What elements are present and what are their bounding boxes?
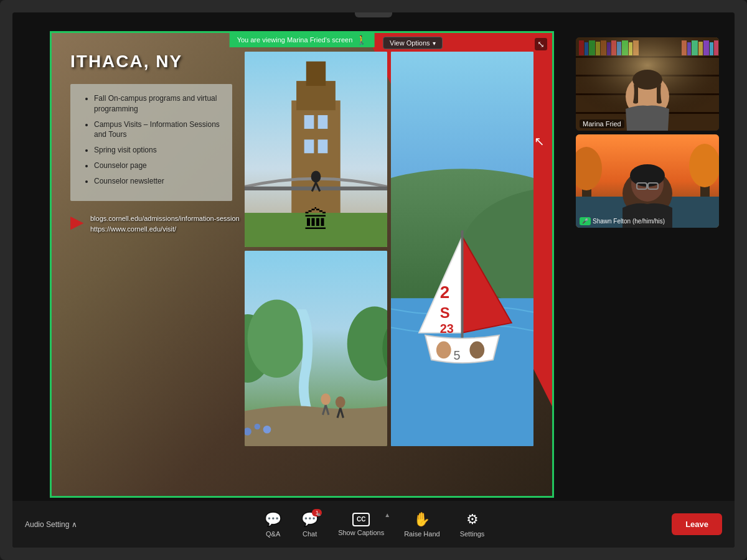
- svg-text:2: 2: [440, 282, 449, 302]
- slide-links-text: blogs.cornell.edu/admissions/information…: [90, 213, 240, 235]
- raise-hand-button[interactable]: ✋ Raise Hand: [397, 508, 447, 541]
- leave-button[interactable]: Leave: [672, 513, 722, 535]
- svg-text:5: 5: [454, 348, 461, 362]
- qa-label: Q&A: [266, 530, 280, 538]
- audio-setting-button[interactable]: Audio Setting ∧: [25, 520, 77, 529]
- svg-point-75: [630, 164, 665, 187]
- participant-video-shawn: 🎤 Shawn Felton (he/him/his): [576, 134, 719, 228]
- svg-rect-3: [306, 62, 326, 86]
- chat-label: Chat: [303, 530, 317, 538]
- svg-rect-7: [318, 139, 328, 153]
- mic-badge-shawn: 🎤 Shawn Felton (he/him/his): [580, 217, 665, 225]
- svg-rect-4: [304, 115, 314, 129]
- gear-icon: ⚙: [466, 511, 479, 528]
- expand-icon[interactable]: ⤡: [535, 38, 547, 50]
- list-item: Counselor page: [94, 161, 220, 171]
- slide-bullet-list: Fall On-campus programs and virtual prog…: [83, 93, 220, 187]
- list-item: Spring visit options: [94, 145, 220, 156]
- webcam-notch: [355, 12, 392, 17]
- walking-icon: 🚶: [356, 35, 367, 45]
- participant-videos-panel: Marina Fried: [576, 37, 719, 228]
- svg-point-71: [689, 144, 719, 187]
- svg-rect-1: [291, 101, 341, 218]
- captions-icon: CC: [352, 513, 370, 526]
- audio-setting-label: Audio Setting: [25, 520, 69, 529]
- chevron-up-small-icon: ▲: [316, 510, 322, 517]
- bottom-toolbar: Audio Setting ∧ 💬 Q&A 💬 1 ▲ Chat: [12, 501, 735, 548]
- expand-symbol: ⤡: [537, 39, 545, 49]
- video-area: You are viewing Marina Fried's screen 🚶 …: [12, 12, 735, 548]
- list-item: Campus Visits – Information Sessions and…: [94, 119, 220, 141]
- slide-images: 2 S 23 5: [245, 52, 533, 446]
- toolbar-left: Audio Setting ∧: [25, 520, 77, 529]
- sailboat-background: 2 S 23 5: [391, 52, 533, 446]
- active-mic-icon: 🎤: [580, 217, 591, 225]
- settings-label: Settings: [460, 530, 485, 538]
- list-item: Fall On-campus programs and virtual prog…: [94, 93, 220, 114]
- hand-icon: ✋: [413, 511, 430, 528]
- svg-point-21: [436, 342, 451, 359]
- chevron-down-icon: ▾: [433, 40, 436, 47]
- arrow-icon: ▶: [70, 213, 84, 231]
- svg-point-36: [255, 424, 260, 429]
- slide-link2: https://www.cornell.edu/visit/: [90, 224, 240, 235]
- qa-icon: 💬: [265, 511, 281, 528]
- svg-text:S: S: [440, 304, 450, 321]
- svg-point-29: [321, 393, 331, 405]
- raise-hand-label: Raise Hand: [404, 530, 439, 538]
- captions-label: Show Captions: [338, 529, 384, 536]
- captions-button[interactable]: CC ▲ Show Captions: [331, 509, 392, 540]
- qa-button[interactable]: 💬 Q&A: [257, 508, 289, 541]
- participant-video-marina: Marina Fried: [576, 37, 719, 131]
- svg-point-32: [336, 396, 345, 408]
- screen: You are viewing Marina Fried's screen 🚶 …: [12, 12, 735, 548]
- svg-text:23: 23: [440, 322, 454, 335]
- slide-info-box: Fall On-campus programs and virtual prog…: [70, 84, 232, 201]
- toolbar-right: Leave: [672, 513, 722, 535]
- monitor-bezel: You are viewing Marina Fried's screen 🚶 …: [0, 0, 747, 560]
- participant-name-shawn: Shawn Felton (he/him/his): [593, 218, 665, 225]
- svg-point-37: [263, 426, 271, 434]
- chevron-up-captions-icon: ▲: [384, 511, 390, 518]
- view-options-button[interactable]: View Options ▾: [383, 37, 443, 49]
- slide-image-sailboat: 2 S 23 5: [391, 52, 533, 446]
- screen-share-banner: You are viewing Marina Fried's screen 🚶: [230, 32, 375, 47]
- svg-rect-6: [304, 139, 314, 153]
- svg-rect-12: [245, 213, 387, 247]
- list-item: Counselor newsletter: [94, 176, 220, 187]
- svg-point-22: [469, 342, 484, 359]
- settings-button[interactable]: ⚙ Settings: [453, 508, 492, 541]
- chevron-up-icon: ∧: [72, 520, 77, 529]
- slide-image-building: [245, 52, 387, 247]
- chat-button[interactable]: 💬 1 ▲ Chat: [294, 508, 326, 541]
- slide-container: You are viewing Marina Fried's screen 🚶 …: [50, 31, 554, 498]
- toolbar-center: 💬 Q&A 💬 1 ▲ Chat CC ▲ Show Captions: [77, 508, 672, 541]
- slide-link1: blogs.cornell.edu/admissions/information…: [90, 213, 240, 225]
- svg-rect-5: [318, 115, 328, 129]
- svg-point-9: [311, 171, 321, 183]
- screen-share-text: You are viewing Marina Fried's screen: [237, 36, 353, 44]
- participant-name-marina: Marina Fried: [580, 119, 624, 128]
- slide-image-nature: [245, 251, 387, 446]
- view-options-label: View Options: [390, 39, 430, 47]
